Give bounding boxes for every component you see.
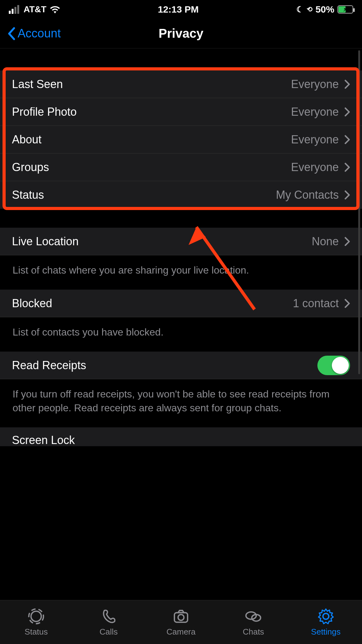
row-read-receipts: Read Receipts	[0, 352, 362, 379]
row-value: Everyone	[291, 133, 339, 146]
read-receipts-footer: If you turn off read receipts, you won't…	[0, 379, 362, 427]
row-label: Screen Lock	[12, 434, 75, 446]
battery-icon: ⚡︎	[337, 5, 353, 14]
tab-calls[interactable]: Calls	[72, 600, 145, 644]
row-label: Last Seen	[12, 78, 63, 91]
content-scroll[interactable]: Last Seen Everyone Profile Photo Everyon…	[0, 48, 362, 600]
wifi-icon	[50, 5, 60, 14]
row-profile-photo[interactable]: Profile Photo Everyone	[0, 98, 362, 126]
svg-point-5	[178, 614, 184, 620]
back-button[interactable]: Account	[0, 27, 61, 40]
row-label: About	[12, 133, 41, 146]
tab-chats[interactable]: Chats	[217, 600, 289, 644]
status-bar: AT&T 12:13 PM ☾ ⟲ 50% ⚡︎	[0, 0, 362, 19]
row-value: 1 contact	[293, 297, 339, 310]
status-icon	[27, 608, 45, 625]
tab-label: Settings	[311, 627, 341, 637]
battery-percent: 50%	[315, 4, 334, 15]
row-value: Everyone	[291, 105, 339, 119]
row-value: Everyone	[291, 161, 339, 174]
live-location-footer: List of chats where you are sharing your…	[0, 255, 362, 290]
chevron-right-icon	[344, 299, 350, 308]
row-label: Profile Photo	[12, 105, 77, 119]
row-live-location[interactable]: Live Location None	[0, 228, 362, 255]
svg-point-6	[246, 612, 256, 619]
chats-icon	[244, 608, 262, 625]
tab-label: Camera	[167, 627, 195, 637]
row-groups[interactable]: Groups Everyone	[0, 153, 362, 181]
back-label: Account	[18, 27, 61, 40]
row-value: Everyone	[291, 78, 339, 91]
tab-label: Status	[25, 627, 48, 637]
row-screen-lock[interactable]: Screen Lock	[0, 427, 362, 446]
svg-point-8	[323, 613, 329, 619]
gear-icon	[317, 608, 335, 625]
tab-settings[interactable]: Settings	[290, 600, 362, 644]
phone-icon	[100, 608, 118, 625]
dnd-moon-icon: ☾	[296, 5, 304, 14]
row-about[interactable]: About Everyone	[0, 126, 362, 153]
camera-icon	[172, 608, 190, 625]
svg-point-2	[31, 611, 41, 622]
signal-bars-icon	[9, 5, 19, 14]
row-last-seen[interactable]: Last Seen Everyone	[0, 70, 362, 98]
chevron-left-icon	[7, 27, 16, 40]
nav-header: Account Privacy	[0, 19, 362, 48]
tab-bar: Status Calls Camera Chats Settings	[0, 600, 362, 644]
chevron-right-icon	[344, 107, 350, 117]
privacy-visibility-group: Last Seen Everyone Profile Photo Everyon…	[0, 70, 362, 209]
row-label: Groups	[12, 161, 49, 174]
carrier-label: AT&T	[24, 4, 47, 14]
row-status[interactable]: Status My Contacts	[0, 181, 362, 209]
tab-camera[interactable]: Camera	[145, 600, 217, 644]
row-label: Read Receipts	[12, 359, 86, 372]
chevron-right-icon	[344, 163, 350, 172]
rotation-lock-icon: ⟲	[307, 5, 312, 14]
row-blocked[interactable]: Blocked 1 contact	[0, 290, 362, 317]
chevron-right-icon	[344, 237, 350, 246]
row-label: Live Location	[12, 235, 79, 248]
chevron-right-icon	[344, 80, 350, 89]
tab-status[interactable]: Status	[0, 600, 72, 644]
blocked-footer: List of contacts you have blocked.	[0, 317, 362, 352]
chevron-right-icon	[344, 190, 350, 200]
row-label: Status	[12, 188, 44, 202]
chevron-right-icon	[344, 135, 350, 144]
row-value: My Contacts	[276, 188, 339, 202]
tab-label: Chats	[243, 627, 264, 637]
row-label: Blocked	[12, 297, 52, 310]
status-time: 12:13 PM	[158, 4, 199, 15]
tab-label: Calls	[100, 627, 118, 637]
read-receipts-toggle[interactable]	[317, 356, 350, 375]
scrollbar[interactable]	[358, 50, 360, 374]
row-value: None	[312, 235, 339, 248]
